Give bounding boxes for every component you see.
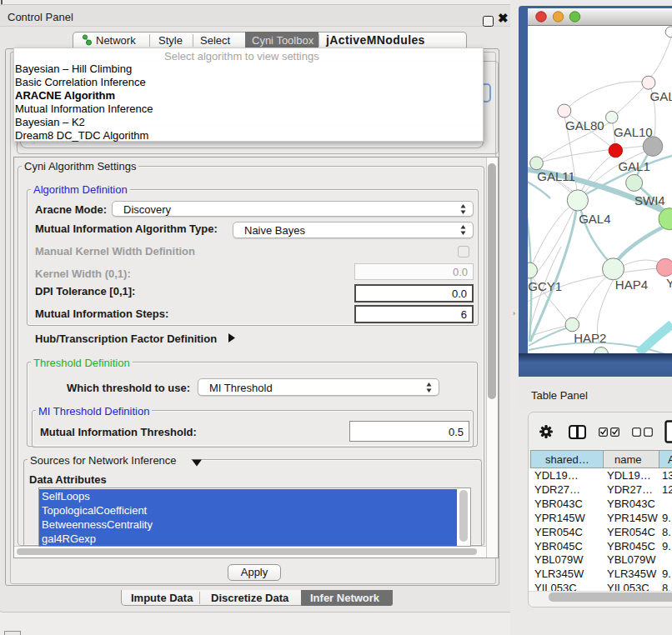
svg-text:GAL80: GAL80 [565, 118, 604, 132]
svg-text:Y: Y [666, 276, 672, 290]
svg-text:GAL11: GAL11 [537, 169, 575, 183]
svg-text:SWI4: SWI4 [634, 193, 665, 208]
svg-text:GAL10: GAL10 [614, 125, 653, 139]
svg-text:GAL4: GAL4 [579, 212, 610, 226]
svg-text:HAP2: HAP2 [574, 331, 606, 345]
svg-text:HAP4: HAP4 [615, 278, 648, 292]
svg-text:GAL: GAL [650, 89, 672, 103]
svg-text:GCY1: GCY1 [528, 279, 562, 293]
svg-text:GAL1: GAL1 [618, 159, 649, 173]
